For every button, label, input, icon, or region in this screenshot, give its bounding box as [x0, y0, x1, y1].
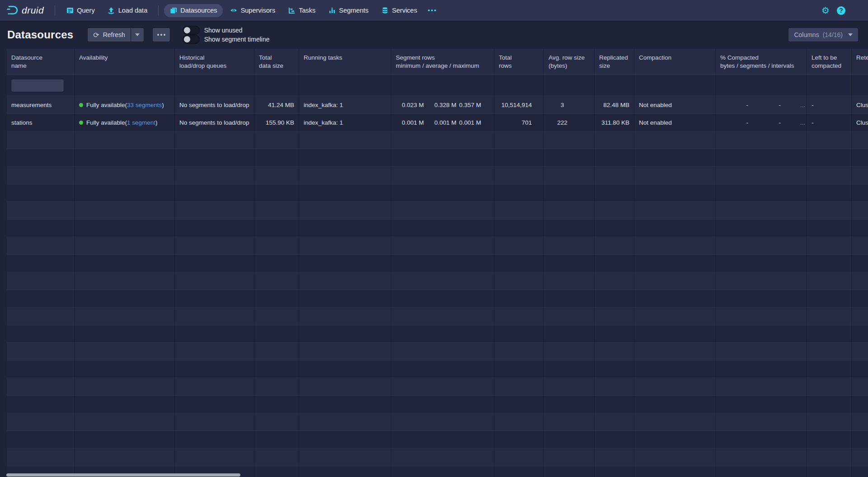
empty-cell: [716, 396, 807, 413]
empty-cell: [299, 149, 391, 166]
empty-cell: [494, 290, 544, 307]
column-header-availability[interactable]: Availability: [75, 49, 175, 74]
empty-cell: [852, 167, 868, 184]
bar-chart-icon: [328, 7, 336, 14]
column-header-compaction[interactable]: Compaction: [634, 49, 716, 74]
column-header-left-to-be[interactable]: Left to becompacted: [807, 49, 852, 74]
empty-cell: [634, 290, 716, 307]
empty-cell: [595, 202, 634, 219]
compaction-cell[interactable]: Not enabled: [634, 96, 716, 113]
empty-cell: [544, 378, 595, 395]
compaction-cell[interactable]: Not enabled: [634, 114, 716, 131]
column-header-retention[interactable]: Retention: [852, 49, 868, 74]
empty-cell: [391, 272, 494, 290]
column-header-total[interactable]: Totalrows: [494, 49, 544, 74]
nav-more-button[interactable]: [423, 7, 441, 14]
datasources-icon: [169, 7, 177, 14]
more-actions-button[interactable]: [153, 28, 170, 42]
nav-item-services[interactable]: Services: [376, 4, 423, 17]
empty-cell: [716, 431, 807, 448]
empty-cell: [634, 131, 716, 149]
toggle-show-unused[interactable]: Show unused: [183, 26, 270, 35]
empty-cell: [494, 413, 544, 430]
settings-gear-icon[interactable]: ⚙: [821, 6, 830, 15]
empty-cell: [595, 466, 634, 477]
empty-cell: [7, 360, 75, 378]
empty-table-row: [7, 360, 868, 378]
empty-cell: [494, 131, 544, 149]
empty-cell: [75, 202, 175, 219]
empty-cell: [391, 167, 494, 184]
retention-cell[interactable]: Cluster default: [852, 114, 868, 131]
empty-cell: [634, 272, 716, 290]
horizontal-scrollbar-thumb[interactable]: [6, 473, 240, 477]
empty-cell: [299, 325, 391, 342]
refresh-interval-dropdown-button[interactable]: [131, 28, 144, 42]
toggle-show-segment-timeline[interactable]: Show segment timeline: [183, 35, 270, 44]
column-header-total[interactable]: Totaldata size: [254, 49, 299, 74]
empty-cell: [544, 466, 595, 477]
empty-cell: [299, 431, 391, 448]
empty-cell: [175, 325, 254, 342]
refresh-button[interactable]: ⟳ Refresh: [88, 28, 130, 42]
empty-cell: [544, 396, 595, 413]
empty-cell: [391, 343, 494, 360]
empty-cell: [595, 413, 634, 430]
nav-item-tasks[interactable]: Tasks: [282, 4, 321, 17]
column-header--compacted[interactable]: % Compactedbytes / segments / intervals: [716, 49, 807, 74]
empty-cell: [852, 220, 868, 237]
nav-item-query[interactable]: Query: [61, 4, 100, 17]
empty-table-row: [7, 343, 868, 360]
empty-cell: [807, 272, 852, 290]
empty-cell: [807, 290, 852, 307]
empty-cell: [175, 237, 254, 254]
empty-cell: [299, 449, 391, 466]
empty-cell: [852, 308, 868, 325]
column-header-segment-rows[interactable]: Segment rowsminimum / average / maximum: [391, 49, 494, 74]
nav-item-supervisors[interactable]: Supervisors: [225, 4, 281, 17]
empty-cell: [7, 431, 75, 448]
column-header-running-tasks[interactable]: Running tasks: [299, 49, 391, 74]
empty-cell: [807, 308, 852, 325]
empty-cell: [494, 466, 544, 477]
segments-link[interactable]: 1 segment: [127, 119, 155, 126]
nav-item-segments[interactable]: Segments: [323, 4, 374, 17]
empty-cell: [852, 325, 868, 342]
empty-cell: [175, 290, 254, 307]
columns-selector-button[interactable]: Columns (14/16): [788, 28, 858, 42]
column-header-datasource[interactable]: Datasourcename: [7, 49, 75, 74]
replicated-size-cell: 311.80 KB: [595, 114, 634, 131]
segments-link[interactable]: 33 segments: [127, 102, 162, 108]
empty-table-row: [7, 167, 868, 184]
help-icon[interactable]: ?: [837, 6, 845, 15]
empty-cell: [254, 184, 299, 201]
empty-cell: [807, 131, 852, 149]
empty-cell: [852, 360, 868, 378]
empty-cell: [807, 184, 852, 201]
column-header-historical[interactable]: Historicalload/drop queues: [175, 49, 254, 74]
druid-logo-text: druid: [22, 5, 44, 16]
datasource-name-filter-input[interactable]: [11, 79, 64, 92]
column-header-avg-row-size[interactable]: Avg. row size(bytes): [544, 49, 595, 74]
empty-cell: [716, 131, 807, 149]
column-header-replicated[interactable]: Replicatedsize: [595, 49, 634, 74]
empty-cell: [807, 466, 852, 477]
datasource-row-measurements[interactable]: measurementsFully available (33 segments…: [7, 96, 868, 114]
empty-cell: [391, 378, 494, 395]
nav-item-datasources[interactable]: Datasources: [164, 4, 222, 17]
empty-table-row: [7, 255, 868, 272]
empty-cell: [254, 343, 299, 360]
chevron-down-icon: [848, 33, 853, 36]
empty-cell: [716, 466, 807, 477]
druid-logo[interactable]: druid: [6, 5, 44, 16]
datasource-row-stations[interactable]: stationsFully available (1 segment)No se…: [7, 114, 868, 131]
empty-cell: [852, 184, 868, 201]
empty-cell: [175, 184, 254, 201]
nav-item-load-data[interactable]: Load data: [102, 4, 153, 17]
empty-cell: [7, 167, 75, 184]
retention-cell[interactable]: Cluster default: [852, 96, 868, 113]
empty-cell: [807, 343, 852, 360]
empty-cell: [75, 149, 175, 166]
empty-cell: [175, 449, 254, 466]
empty-cell: [391, 360, 494, 378]
